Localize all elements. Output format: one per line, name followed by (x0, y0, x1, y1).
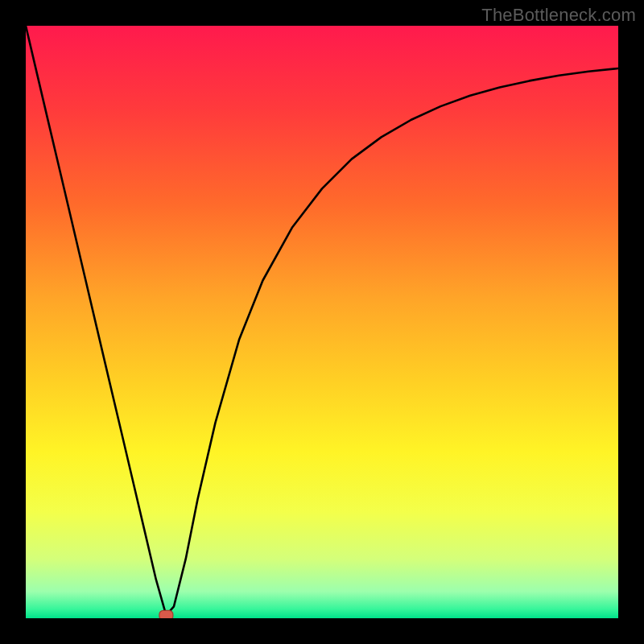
chart-frame: TheBottleneck.com (0, 0, 644, 644)
bottleneck-chart (26, 26, 618, 618)
plot-area (26, 26, 618, 618)
minimum-marker (159, 610, 173, 618)
gradient-background (26, 26, 618, 618)
attribution-label: TheBottleneck.com (481, 5, 636, 26)
